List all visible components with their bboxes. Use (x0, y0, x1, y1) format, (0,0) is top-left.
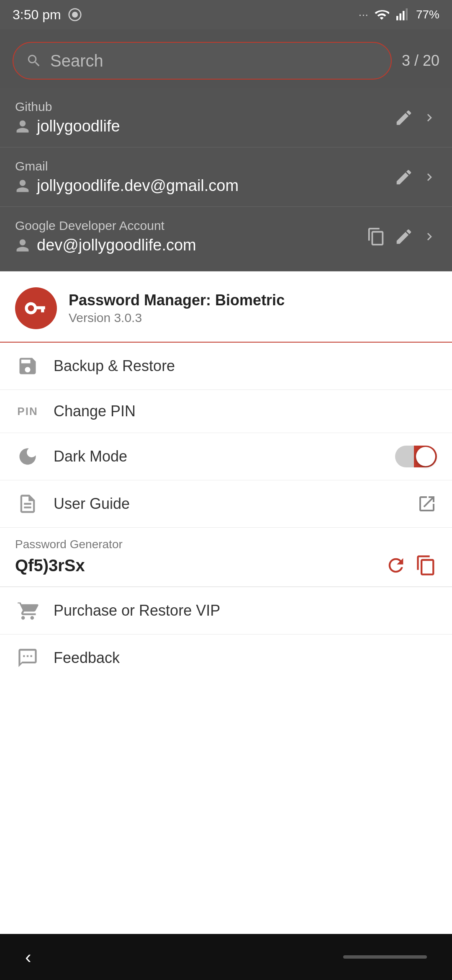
user-icon (15, 178, 30, 193)
recording-icon (68, 8, 82, 22)
backup-icon-wrap (15, 355, 40, 377)
pin-icon: PIN (17, 405, 38, 418)
key-icon (24, 296, 48, 320)
home-bar (343, 955, 427, 959)
floppy-icon (17, 355, 39, 377)
user-icon (15, 119, 30, 134)
status-bar: 3:50 pm ··· 77% (0, 0, 452, 29)
cart-icon-wrap (15, 600, 40, 622)
refresh-icon[interactable] (385, 554, 407, 576)
entry-username: dev@jollygoodlife.com (37, 236, 196, 254)
app-name: Password Manager: Biometric (69, 291, 285, 309)
entry-site: Gmail (15, 159, 239, 173)
userguide-label: User Guide (54, 495, 403, 513)
status-icons: ··· 77% (359, 7, 439, 22)
background-overlay: Search 3 / 20 Github jollygoodlife Gmail (0, 29, 452, 271)
edit-icon[interactable] (394, 227, 413, 246)
menu-item-pin[interactable]: PIN Change PIN (0, 390, 452, 433)
menu-item-vip[interactable]: Purchase or Restore VIP (0, 587, 452, 634)
app-header: Password Manager: Biometric Version 3.0.… (0, 271, 452, 342)
search-icon (26, 53, 42, 69)
entry-user: dev@jollygoodlife.com (15, 236, 196, 254)
entry-gmail: Gmail jollygoodlife.dev@gmail.com (15, 159, 239, 195)
doc-icon (17, 493, 39, 515)
menu-item-feedback[interactable]: Feedback (0, 634, 452, 681)
password-generator-section: Password Generator Qf5)3rSx (0, 528, 452, 587)
vip-label: Purchase or Restore VIP (54, 602, 437, 619)
doc-icon-wrap (15, 493, 40, 515)
entry-user: jollygoodlife (15, 117, 120, 135)
userguide-right (417, 494, 437, 514)
menu-item-userguide[interactable]: User Guide (0, 480, 452, 528)
edit-icon[interactable] (394, 108, 413, 127)
nav-bar: ‹ (0, 934, 452, 980)
darkmode-toggle-wrap (395, 446, 437, 467)
external-link-icon (417, 494, 437, 514)
entry-actions (367, 227, 437, 246)
entry-actions (394, 168, 437, 187)
menu-item-backup[interactable]: Backup & Restore (0, 343, 452, 390)
chevron-right-icon[interactable] (422, 110, 437, 125)
svg-rect-5 (406, 8, 408, 21)
entry-site: Github (15, 100, 120, 114)
svg-point-1 (72, 12, 78, 18)
toggle-thumb (416, 447, 435, 466)
app-info: Password Manager: Biometric Version 3.0.… (69, 291, 285, 325)
search-input[interactable]: Search (50, 52, 378, 70)
entry-google-dev: Google Developer Account dev@jollygoodli… (15, 219, 196, 254)
pwd-gen-actions (385, 554, 437, 576)
signal-icon (395, 7, 410, 22)
battery-text: 77% (416, 8, 439, 21)
copy-icon[interactable] (367, 227, 386, 246)
app-version: Version 3.0.3 (69, 311, 285, 325)
user-icon (15, 238, 30, 253)
feedback-label: Feedback (54, 649, 437, 667)
search-container: Search 3 / 20 (0, 29, 452, 88)
entry-username: jollygoodlife.dev@gmail.com (37, 177, 239, 195)
drawer: Password Manager: Biometric Version 3.0.… (0, 271, 452, 690)
dots-icon: ··· (359, 8, 368, 21)
pin-icon-wrap: PIN (15, 405, 40, 418)
search-count: 3 / 20 (402, 52, 439, 70)
entry-github: Github jollygoodlife (15, 100, 120, 135)
app-icon (15, 287, 57, 329)
entry-actions (394, 108, 437, 127)
wifi-icon (374, 7, 389, 22)
pwd-gen-row: Qf5)3rSx (15, 554, 437, 576)
menu-item-darkmode[interactable]: Dark Mode (0, 433, 452, 480)
entry-list: Github jollygoodlife Gmail jollygoodlife… (0, 88, 452, 271)
backup-label: Backup & Restore (54, 357, 437, 375)
search-bar[interactable]: Search (13, 42, 392, 80)
pwd-gen-value: Qf5)3rSx (15, 556, 85, 575)
moon-icon-wrap (15, 446, 40, 467)
darkmode-label: Dark Mode (54, 448, 382, 465)
chevron-right-icon[interactable] (422, 170, 437, 185)
list-item[interactable]: Gmail jollygoodlife.dev@gmail.com (0, 147, 452, 207)
entry-site: Google Developer Account (15, 219, 196, 233)
svg-rect-2 (396, 16, 398, 21)
back-button[interactable]: ‹ (25, 946, 31, 967)
svg-rect-4 (403, 11, 405, 21)
svg-rect-3 (399, 13, 401, 21)
feedback-icon (17, 647, 39, 669)
pwd-gen-label: Password Generator (15, 538, 437, 551)
moon-icon (17, 446, 39, 467)
entry-username: jollygoodlife (37, 117, 120, 135)
entry-user: jollygoodlife.dev@gmail.com (15, 177, 239, 195)
list-item[interactable]: Google Developer Account dev@jollygoodli… (0, 207, 452, 271)
status-time: 3:50 pm (13, 7, 82, 23)
edit-icon[interactable] (394, 168, 413, 187)
feedback-icon-wrap (15, 647, 40, 669)
pin-label: Change PIN (54, 402, 437, 420)
list-item[interactable]: Github jollygoodlife (0, 88, 452, 147)
cart-icon (17, 600, 39, 622)
copy-icon[interactable] (415, 554, 437, 576)
darkmode-toggle[interactable] (395, 446, 437, 467)
time-text: 3:50 pm (13, 7, 61, 23)
chevron-right-icon[interactable] (422, 229, 437, 244)
